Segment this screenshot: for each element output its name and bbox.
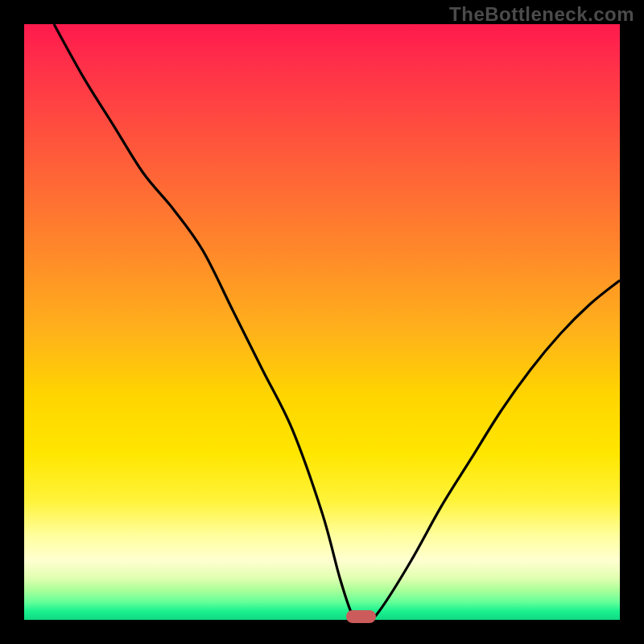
plot-area [24,24,620,620]
watermark-text: TheBottleneck.com [449,3,634,26]
bottleneck-curve [24,24,620,620]
curve-path [54,24,620,620]
optimum-marker [346,610,376,623]
chart-frame: TheBottleneck.com [0,0,644,644]
